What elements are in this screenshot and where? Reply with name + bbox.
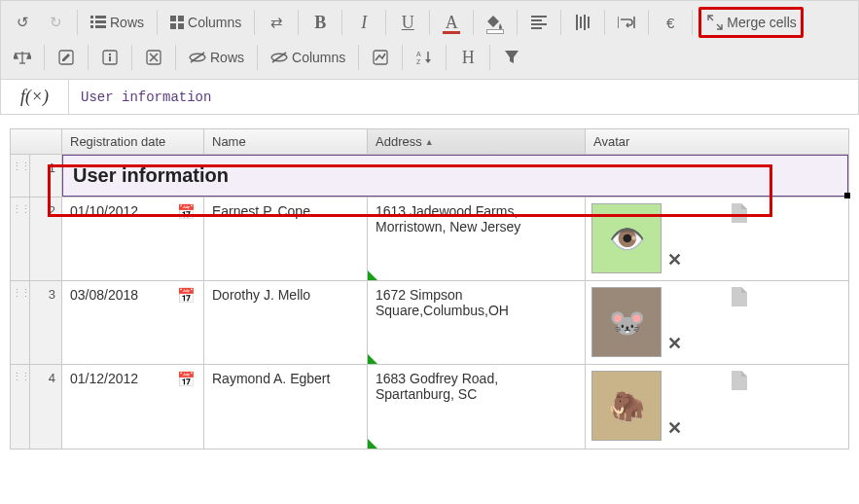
separator — [298, 10, 299, 35]
col-label: Address — [376, 134, 422, 149]
data-grid: Registration date Name Address▲ Avatar ⋮… — [10, 128, 849, 450]
separator — [604, 10, 605, 35]
view-rows-button[interactable]: Rows — [84, 7, 151, 38]
align-v-icon — [576, 15, 590, 30]
row-handle[interactable]: ⋮⋮ — [11, 198, 30, 280]
cell-address[interactable]: 1613 Jadewood Farms, Morristown, New Jer… — [368, 198, 586, 280]
cell-text: 01/10/2012 — [70, 203, 138, 219]
remove-avatar-button[interactable]: ✕ — [667, 249, 682, 270]
avatar-image: 🦣 — [591, 371, 662, 441]
row-handle[interactable]: ⋮⋮ — [11, 365, 30, 449]
swap-button[interactable]: ⇄ — [261, 7, 292, 38]
remove-avatar-button[interactable]: ✕ — [667, 417, 682, 439]
cell-name[interactable]: Earnest P. Cope — [204, 198, 368, 280]
merged-title-cell[interactable]: User information — [62, 155, 848, 197]
svg-rect-8 — [170, 23, 176, 29]
svg-rect-1 — [95, 16, 106, 18]
svg-rect-2 — [90, 20, 93, 23]
sort-button[interactable]: AZ — [409, 42, 440, 73]
merge-cells-button[interactable]: Merge cells — [698, 7, 804, 38]
hide-columns-button[interactable]: Columns — [264, 42, 352, 73]
calendar-icon[interactable]: 📅 — [177, 371, 196, 388]
svg-rect-0 — [90, 16, 93, 18]
remove-avatar-button[interactable]: ✕ — [667, 333, 682, 354]
row-number[interactable]: 4 — [30, 365, 62, 449]
separator — [489, 45, 490, 70]
toolbar-row-2: Rows Columns AZ H — [7, 40, 852, 75]
separator — [446, 45, 447, 70]
file-icon[interactable] — [732, 371, 747, 390]
heading-button[interactable]: H — [452, 42, 483, 73]
clear-icon — [146, 50, 161, 65]
balance-button[interactable] — [7, 42, 38, 73]
separator — [157, 10, 158, 35]
cell-registration-date[interactable]: 03/08/2018📅 — [62, 281, 204, 364]
drag-handle-icon: ⋮⋮ — [12, 161, 29, 173]
separator — [692, 10, 693, 35]
hide-rows-button[interactable]: Rows — [182, 42, 251, 73]
underline-button[interactable]: U — [392, 7, 423, 38]
row-handle[interactable]: ⋮⋮ — [11, 281, 30, 364]
fx-label: f(×) — [1, 80, 69, 114]
corner-cell — [11, 129, 62, 154]
file-icon[interactable] — [732, 287, 747, 306]
edit-button[interactable] — [51, 42, 82, 73]
font-color-button[interactable]: A — [436, 7, 467, 38]
align-vertical-button[interactable] — [567, 7, 598, 38]
svg-text:Z: Z — [416, 58, 421, 65]
currency-button[interactable]: € — [655, 7, 686, 38]
bold-button[interactable]: B — [304, 7, 336, 38]
column-header-address[interactable]: Address▲ — [368, 129, 586, 154]
row-number[interactable]: 2 — [30, 198, 62, 280]
redo-button[interactable]: ↻ — [40, 7, 71, 38]
funnel-icon — [505, 51, 519, 64]
cell-registration-date[interactable]: 01/10/2012📅 — [62, 198, 204, 280]
cell-registration-date[interactable]: 01/12/2012📅 — [62, 365, 204, 449]
merged-title-text: User information — [73, 164, 229, 187]
separator — [257, 45, 258, 70]
row-number[interactable]: 3 — [30, 281, 62, 364]
cell-avatar[interactable]: 👁️ ✕ — [586, 198, 753, 280]
row-handle[interactable]: ⋮⋮ — [11, 155, 30, 197]
drag-handle-icon: ⋮⋮ — [12, 203, 29, 216]
col-label: Registration date — [70, 134, 165, 149]
chart-button[interactable] — [365, 42, 396, 73]
italic-button[interactable]: I — [348, 7, 379, 38]
calendar-icon[interactable]: 📅 — [177, 203, 196, 221]
cell-name[interactable]: Raymond A. Egbert — [204, 365, 368, 449]
view-columns-button[interactable]: Columns — [163, 7, 248, 38]
cell-text: 1672 Simpson Square,Columbus,OH — [376, 287, 509, 318]
wrap-icon — [618, 16, 635, 29]
info-button[interactable] — [94, 42, 125, 73]
column-header-avatar[interactable]: Avatar — [586, 129, 753, 154]
undo-icon: ↺ — [17, 14, 29, 31]
filter-button[interactable] — [496, 42, 527, 73]
separator — [648, 10, 649, 35]
corner-indicator-icon — [368, 270, 377, 280]
calendar-icon[interactable]: 📅 — [177, 287, 196, 305]
file-icon[interactable] — [732, 203, 747, 223]
row-number[interactable]: 1 — [30, 155, 62, 197]
cell-address[interactable]: 1683 Godfrey Road, Spartanburg, SC — [368, 365, 586, 449]
align-horizontal-button[interactable] — [523, 7, 555, 38]
cell-address[interactable]: 1672 Simpson Square,Columbus,OH — [368, 281, 586, 364]
column-header-row: Registration date Name Address▲ Avatar — [11, 129, 848, 155]
wrap-text-button[interactable] — [611, 7, 642, 38]
undo-button[interactable]: ↺ — [7, 7, 38, 38]
pencil-icon — [58, 50, 74, 65]
euro-icon: € — [666, 15, 674, 31]
eye-slash-icon — [270, 51, 288, 64]
svg-rect-4 — [90, 25, 93, 28]
cell-avatar[interactable]: 🦣 ✕ — [586, 365, 753, 449]
cell-name[interactable]: Dorothy J. Mello — [204, 281, 368, 364]
column-header-registration-date[interactable]: Registration date — [62, 129, 204, 154]
swap-icon: ⇄ — [270, 14, 283, 31]
formula-input[interactable]: User information — [69, 80, 858, 114]
column-header-name[interactable]: Name — [204, 129, 368, 154]
clear-button[interactable] — [138, 42, 169, 73]
italic-icon: I — [361, 13, 367, 33]
fill-color-button[interactable] — [480, 7, 511, 38]
cell-avatar[interactable]: 🐭 ✕ — [586, 281, 753, 364]
grid-body: ⋮⋮ 1 User information ⋮⋮ 2 01/10/2012📅 E… — [11, 155, 848, 449]
svg-rect-5 — [95, 25, 106, 28]
